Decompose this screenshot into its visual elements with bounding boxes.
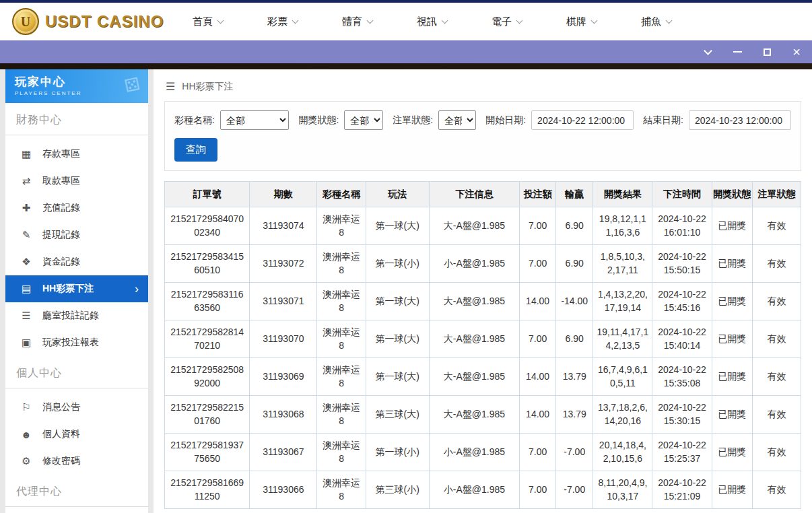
cell-win-loss: -7.00 [556,434,593,471]
cell-draw-result: 19,8,12,1,11,16,3,6 [593,207,652,245]
maximize-icon [764,48,771,56]
cell-draw-status: 已開獎 [712,434,752,471]
cell-play-type: 第一球(大) [366,283,429,320]
cell-win-loss: 6.90 [556,245,593,283]
cell-bet-time: 2024-10-22 15:35:08 [652,358,712,396]
sidebar-item-label: 修改密碼 [42,455,80,467]
sidebar-item-deposit[interactable]: ▦ 存款專區 [5,141,148,168]
minimize-icon [733,51,742,53]
cell-order-status: 有效 [752,283,801,320]
main-content: ☰ HH彩票下注 彩種名稱: 全部 開獎狀態: 全部 注單狀態: 全部 [154,69,812,513]
nav-item[interactable]: 體育 [342,15,372,28]
sidebar-item-funds-record[interactable]: ❖ 資金記錄 [5,248,148,275]
hamburger-icon[interactable]: ☰ [166,80,175,93]
bell-icon: ⚐ [20,401,32,413]
cell-lottery-name: 澳洲幸运8 [317,320,366,358]
room-record-icon: ☰ [20,310,32,322]
nav-item-label: 體育 [342,15,362,28]
cell-lottery-name: 澳洲幸运8 [317,245,366,283]
cell-win-loss: 13.79 [556,396,593,434]
table-row: 2152172958193775650 31193067 澳洲幸运8 第一球(小… [165,434,801,471]
sidebar-item-withdrawal-record[interactable]: ✎ 提現記錄 [5,221,148,248]
table-row: 2152172958407002340 31193074 澳洲幸运8 第一球(大… [165,207,801,245]
cell-draw-status: 已開獎 [712,207,752,245]
cell-period: 31193071 [250,283,317,320]
cell-play-type: 第一球(小) [366,434,429,471]
cell-bet-info: 大-A盤@1.985 [429,320,519,358]
nav-item[interactable]: 彩票 [267,15,298,28]
gear-icon: ⚙ [20,455,32,467]
bets-table: 訂單號 期數 彩種名稱 玩法 下注信息 投注額 [164,181,801,509]
cell-bet-info: 大-A盤@1.985 [429,207,519,245]
nav-item[interactable]: 棋牌 [566,15,597,28]
filter-panel: 彩種名稱: 全部 開獎狀態: 全部 注單狀態: 全部 開始日期: 結束日期: [164,101,801,171]
cell-bet-amount: 7.00 [520,245,556,283]
cell-draw-status: 已開獎 [712,283,752,320]
bets-table-wrap: 訂單號 期數 彩種名稱 玩法 下注信息 投注額 [164,181,801,509]
brand-logo[interactable]: U USDT CASINO [12,8,168,35]
table-header-cell: 訂單號 [165,182,250,207]
close-button[interactable]: × [790,46,803,58]
nav-item[interactable]: 視訊 [417,15,447,28]
cell-bet-time: 2024-10-22 15:30:15 [652,396,712,434]
end-date-input[interactable] [689,110,791,130]
lottery-name-select[interactable]: 全部 [220,110,290,130]
sidebar-item-recharge-record[interactable]: ✚ 充值記錄 [5,195,148,221]
table-row: 2152172958221501760 31193068 澳洲幸运8 第三球(大… [165,396,801,434]
site-header: U USDT CASINO 首頁 彩票 體育 [0,3,812,40]
sidebar-item-profile[interactable]: ☻ 個人資料 [5,421,148,448]
nav-item[interactable]: 首頁 [193,15,223,28]
cell-order-id: 2152172958221501760 [165,396,250,434]
cell-order-status: 有效 [752,207,801,245]
sidebar-item-label: 充值記錄 [42,202,80,214]
cell-win-loss: -7.00 [556,471,593,509]
cell-period: 31193067 [250,434,317,471]
sidebar-item-change-password[interactable]: ⚙ 修改密碼 [5,448,148,475]
cell-bet-amount: 7.00 [520,207,556,245]
section-finance-label: 財務中心 [5,103,148,135]
sidebar-item-player-bet-report[interactable]: ▣ 玩家投注報表 [5,329,148,356]
sidebar-item-announcements[interactable]: ⚐ 消息公告 [5,394,148,421]
chevron-down-icon [367,17,374,24]
cell-draw-result: 1,8,5,10,3,2,17,11 [593,245,652,283]
cell-lottery-name: 澳洲幸运8 [317,207,366,245]
sidebar-header: 玩家中心 PLAYERS CENTER ⚄ [5,69,148,103]
sidebar-item-label: 資金記錄 [42,256,80,268]
search-button[interactable]: 查詢 [174,138,217,162]
cell-period: 31193074 [250,207,317,245]
coin-letter: U [21,14,30,30]
cell-bet-time: 2024-10-22 16:01:10 [652,207,712,245]
dice-icon: ⚄ [123,73,142,97]
chevron-down-icon [292,17,299,24]
cell-draw-status: 已開獎 [712,245,752,283]
table-header-cell: 彩種名稱 [317,182,366,207]
sidebar-item-room-bet-record[interactable]: ☰ 廳室投註記錄 [5,302,148,329]
table-header-cell: 下注信息 [429,182,519,207]
order-status-select[interactable]: 全部 [438,110,476,130]
collapse-button[interactable] [702,46,714,58]
sidebar-item-hh-lottery-bet[interactable]: ▤ HH彩票下注 › [5,275,148,302]
cell-order-status: 有效 [752,434,801,471]
deposit-icon: ▦ [20,148,32,160]
cell-lottery-name: 澳洲幸运8 [317,471,366,509]
cell-order-id: 2152172958341560510 [165,245,250,283]
sidebar-item-label: HH彩票下注 [42,283,94,295]
minimize-button[interactable] [731,46,743,58]
cell-draw-result: 13,7,18,2,6,14,20,16 [593,396,652,434]
sidebar-item-withdraw[interactable]: ⇄ 取款專區 [5,168,148,195]
nav-item[interactable]: 電子 [492,15,522,28]
cell-period: 31193069 [250,358,317,396]
sidebar-item-label: 存款專區 [42,148,80,160]
lottery-bet-icon: ▤ [20,283,32,295]
nav-item-label: 棋牌 [566,15,586,28]
maximize-button[interactable] [761,46,773,58]
coin-logo-icon: U [12,8,39,35]
nav-item[interactable]: 捕魚 [641,15,671,28]
end-date-label: 結束日期: [643,114,683,127]
table-row: 2152172958250892000 31193069 澳洲幸运8 第一球(大… [165,358,801,396]
table-header-cell: 投注額 [520,182,556,207]
cell-order-id: 2152172958250892000 [165,358,250,396]
start-date-input[interactable] [531,110,634,130]
chevron-down-icon [516,17,523,24]
draw-status-select[interactable]: 全部 [344,110,383,130]
